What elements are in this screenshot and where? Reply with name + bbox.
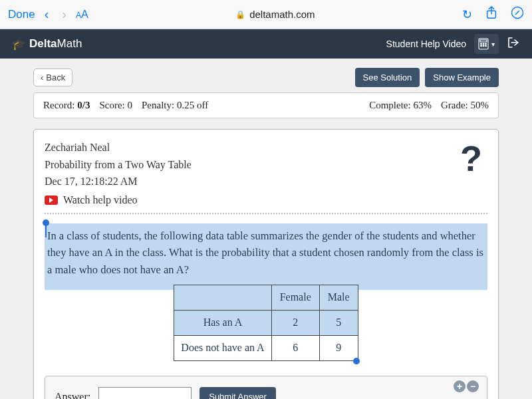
cell-female-has-a: 2	[271, 311, 319, 336]
compass-icon[interactable]	[511, 6, 524, 23]
url-host: deltamath.com	[249, 9, 315, 20]
see-solution-button[interactable]: See Solution	[355, 68, 420, 87]
cell-male-no-a: 9	[319, 336, 358, 361]
show-example-button[interactable]: Show Example	[425, 68, 499, 87]
caret-down-icon: ▾	[491, 41, 495, 48]
page-content: ‹ Back See Solution Show Example Record:…	[0, 59, 532, 399]
nav-forward-icon: ›	[62, 7, 66, 22]
selection-start-handle[interactable]	[43, 219, 49, 226]
complete-value: 63%	[413, 100, 432, 110]
penalty-label: Penalty:	[142, 100, 174, 110]
youtube-icon	[45, 196, 58, 205]
svg-rect-3	[480, 40, 487, 42]
question-mark-icon[interactable]: ?	[460, 138, 482, 179]
browser-toolbar: Done ‹ › AA 🔒 deltamath.com ↻	[0, 0, 532, 29]
svg-point-5	[483, 43, 484, 45]
zoom-in-icon[interactable]: +	[454, 380, 466, 392]
row-label-no-a: Does not have an A	[174, 336, 271, 361]
record-value: 0/3	[77, 100, 90, 110]
back-button[interactable]: ‹ Back	[33, 68, 72, 86]
done-button[interactable]: Done	[8, 8, 35, 21]
calculator-icon	[478, 38, 489, 50]
score-label: Score:	[99, 100, 124, 110]
assignment-title: Probability from a Two Way Table	[45, 156, 192, 174]
timestamp: Dec 17, 12:18:22 AM	[45, 173, 192, 190]
selection-end-handle[interactable]	[353, 358, 360, 364]
record-label: Record:	[43, 100, 74, 110]
svg-point-7	[481, 45, 482, 47]
answer-input[interactable]	[98, 387, 192, 399]
row-label-has-a: Has an A	[174, 311, 271, 336]
lock-icon: 🔒	[235, 10, 245, 19]
svg-point-6	[485, 43, 487, 45]
table-row: Has an A 2 5	[174, 311, 358, 336]
svg-point-4	[481, 43, 482, 45]
answer-box: + − Answer: Submit Answer	[45, 376, 487, 399]
svg-point-8	[483, 45, 484, 47]
cell-male-has-a: 5	[319, 311, 358, 336]
url-bar[interactable]: 🔒 deltamath.com	[98, 9, 453, 20]
col-header-female: Female	[271, 285, 319, 311]
penalty-value: 0.25 off	[177, 100, 208, 110]
grade-label: Grade:	[441, 100, 468, 110]
nav-back-icon[interactable]: ‹	[45, 7, 49, 22]
answer-label: Answer:	[55, 391, 90, 399]
text-size-button[interactable]: AA	[76, 9, 88, 21]
logo[interactable]: 🎓 DeltaMath	[12, 37, 82, 51]
svg-point-9	[485, 45, 487, 47]
controls-row: ‹ Back See Solution Show Example	[33, 59, 499, 92]
col-header-male: Male	[319, 285, 358, 311]
watch-video-label: Watch help video	[63, 194, 138, 206]
calculator-button[interactable]: ▾	[474, 34, 499, 54]
stats-bar: Record: 0/3 Score: 0 Penalty: 0.25 off C…	[33, 92, 499, 118]
divider	[45, 213, 487, 214]
graduation-cap-icon: 🎓	[12, 38, 25, 51]
zoom-out-icon[interactable]: −	[467, 380, 479, 392]
submit-answer-button[interactable]: Submit Answer	[200, 387, 276, 399]
site-header: 🎓 DeltaMath Student Help Video ▾	[0, 29, 532, 59]
problem-meta: Zechariah Neal Probability from a Two Wa…	[45, 139, 192, 190]
score-value: 0	[127, 100, 132, 110]
zoom-controls: + −	[454, 380, 479, 392]
data-table: Female Male Has an A 2 5 Does not have a…	[174, 285, 358, 360]
question-area: In a class of students, the following da…	[45, 223, 487, 361]
logout-icon[interactable]	[507, 37, 520, 52]
question-text: In a class of students, the following da…	[47, 229, 483, 276]
student-name: Zechariah Neal	[45, 139, 192, 156]
reload-icon[interactable]: ↻	[462, 7, 472, 22]
logo-bold: Delta	[29, 37, 57, 50]
student-help-video-link[interactable]: Student Help Video	[386, 39, 466, 49]
share-icon[interactable]	[485, 6, 497, 23]
grade-value: 50%	[471, 100, 489, 110]
chevron-left-icon: ‹	[41, 72, 43, 82]
problem-card: Zechariah Neal Probability from a Two Wa…	[33, 129, 499, 399]
complete-label: Complete:	[369, 100, 411, 110]
logo-light: Math	[57, 37, 82, 50]
table-row: Does not have an A 6 9	[174, 336, 358, 361]
cell-female-no-a: 6	[271, 336, 319, 361]
watch-help-video-link[interactable]: Watch help video	[45, 194, 487, 206]
highlighted-question-text: In a class of students, the following da…	[45, 223, 487, 291]
back-label: Back	[46, 72, 65, 82]
